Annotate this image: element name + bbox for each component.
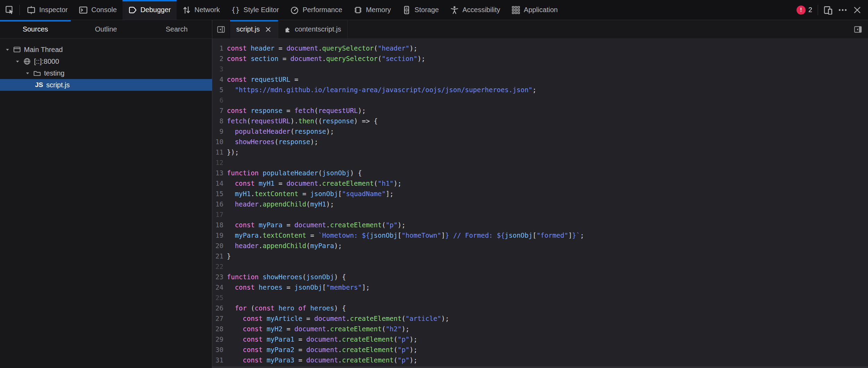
code-token: fetch <box>295 107 314 114</box>
line-number[interactable]: 6 <box>212 95 223 105</box>
code-token: ( <box>374 179 377 187</box>
svg-text:{}: {} <box>231 6 240 14</box>
code-text: } <box>223 251 231 261</box>
code-text: function showHeroes(jsonObj) { <box>223 272 346 282</box>
expand-caret-icon[interactable] <box>25 71 30 76</box>
line-number[interactable]: 12 <box>212 157 223 168</box>
source-tab-strip: script.js contentscript.js <box>212 20 868 38</box>
toolbox-tab-memory[interactable]: Memory <box>348 0 397 20</box>
code-token <box>263 356 266 364</box>
tree-item-8000[interactable]: [::]:8000 <box>0 55 212 67</box>
toolbox-tab-style-editor[interactable]: {}Style Editor <box>225 0 284 20</box>
line-number[interactable]: 17 <box>212 209 223 220</box>
expand-caret-icon[interactable] <box>5 47 10 52</box>
line-number[interactable]: 14 <box>212 178 223 189</box>
line-number[interactable]: 18 <box>212 220 223 230</box>
code-token: document <box>314 315 346 322</box>
code-line: 1const header = document.querySelector("… <box>212 43 868 53</box>
line-number[interactable]: 3 <box>212 64 223 74</box>
close-tab-button[interactable] <box>265 26 272 33</box>
memory-icon <box>354 6 363 15</box>
line-number[interactable]: 24 <box>212 282 223 292</box>
code-token <box>263 315 266 322</box>
application-icon <box>511 6 520 15</box>
code-token: ( <box>314 107 318 114</box>
line-number[interactable]: 22 <box>212 261 223 272</box>
expand-caret-icon[interactable] <box>15 59 20 64</box>
code-token: ( <box>247 304 255 312</box>
error-count-badge[interactable]: ! 2 <box>797 6 812 15</box>
source-tab-script-js[interactable]: script.js <box>230 20 278 38</box>
tree-item-script.js[interactable]: JSscript.js <box>0 79 212 91</box>
line-number[interactable]: 2 <box>212 53 223 64</box>
source-tab-contentscript-js[interactable]: contentscript.js <box>278 20 348 38</box>
line-number[interactable]: 1 <box>212 43 223 53</box>
tree-item-main-thread[interactable]: Main Thread <box>0 44 212 55</box>
code-line: 28 const myH2 = document.createElement("… <box>212 324 868 334</box>
code-text: fetch(requestURL).then((response) => { <box>223 116 378 126</box>
code-token: = <box>282 325 294 333</box>
line-number[interactable]: 25 <box>212 292 223 303</box>
line-number[interactable]: 9 <box>212 126 223 137</box>
toolbox-tab-inspector[interactable]: Inspector <box>21 0 73 20</box>
sources-panel-tab-outline[interactable]: Outline <box>71 20 142 38</box>
close-toolbox-button[interactable] <box>853 6 862 15</box>
toolbox-tab-label: Network <box>195 6 220 14</box>
code-token: "p" <box>386 221 398 229</box>
toolbox-tab-storage[interactable]: Storage <box>397 0 444 20</box>
code-token <box>247 76 250 83</box>
collapse-right-pane-button[interactable] <box>848 20 868 38</box>
code-token: "squadName" <box>342 190 386 198</box>
code-line: 24 const heroes = jsonObj["members"]; <box>212 282 868 292</box>
line-number[interactable]: 30 <box>212 344 223 355</box>
line-number[interactable]: 21 <box>212 251 223 261</box>
toolbox-tab-performance[interactable]: Performance <box>284 0 348 20</box>
code-token: of <box>298 304 306 312</box>
line-number[interactable]: 15 <box>212 189 223 199</box>
line-number[interactable]: 11 <box>212 147 223 157</box>
sources-panel-tab-search[interactable]: Search <box>141 20 212 38</box>
collapse-sources-pane-button[interactable] <box>212 20 230 38</box>
line-number[interactable]: 29 <box>212 334 223 344</box>
code-token: hero <box>279 304 295 312</box>
line-number[interactable]: 4 <box>212 74 223 85</box>
line-number[interactable]: 5 <box>212 85 223 95</box>
line-number[interactable]: 26 <box>212 303 223 313</box>
code-token: header <box>235 200 259 208</box>
code-editor[interactable]: 1const header = document.querySelector("… <box>212 39 868 368</box>
line-number[interactable]: 19 <box>212 230 223 240</box>
pick-element-button[interactable] <box>0 0 19 20</box>
code-line: 27 const myArticle = document.createElem… <box>212 313 868 324</box>
horizontal-scrollbar[interactable] <box>212 366 868 368</box>
code-token: ; <box>580 231 584 239</box>
toolbox-tab-network[interactable]: Network <box>177 0 225 20</box>
code-token <box>263 346 266 353</box>
line-number[interactable]: 16 <box>212 199 223 209</box>
collapse-sources-pane-icon <box>217 25 225 34</box>
line-number[interactable]: 31 <box>212 355 223 365</box>
tree-item-testing[interactable]: testing <box>0 67 212 79</box>
line-number[interactable]: 20 <box>212 240 223 251</box>
code-token: = <box>282 107 294 114</box>
toolbox-meatball-menu-button[interactable] <box>838 6 847 15</box>
code-token: createElement <box>350 315 402 322</box>
line-number[interactable]: 8 <box>212 116 223 126</box>
line-number[interactable]: 10 <box>212 137 223 147</box>
sources-panel-tab-sources[interactable]: Sources <box>0 20 71 38</box>
line-number[interactable]: 7 <box>212 105 223 116</box>
code-token: = <box>279 55 290 62</box>
code-token: ( <box>302 273 306 281</box>
toolbox-tab-console[interactable]: Console <box>73 0 122 20</box>
line-number[interactable]: 28 <box>212 324 223 334</box>
toolbox-tab-accessibility[interactable]: Accessibility <box>444 0 506 20</box>
code-text: const myH1 = document.createElement("h1"… <box>223 178 401 189</box>
code-token: querySelector <box>326 55 378 62</box>
console-icon <box>79 6 88 15</box>
line-number[interactable]: 13 <box>212 168 223 178</box>
toolbox-tab-application[interactable]: Application <box>506 0 563 20</box>
line-number[interactable]: 23 <box>212 272 223 282</box>
code-token: = <box>274 179 286 187</box>
toolbox-tab-debugger[interactable]: Debugger <box>122 0 177 20</box>
responsive-design-mode-button[interactable] <box>824 6 833 15</box>
line-number[interactable]: 27 <box>212 313 223 324</box>
